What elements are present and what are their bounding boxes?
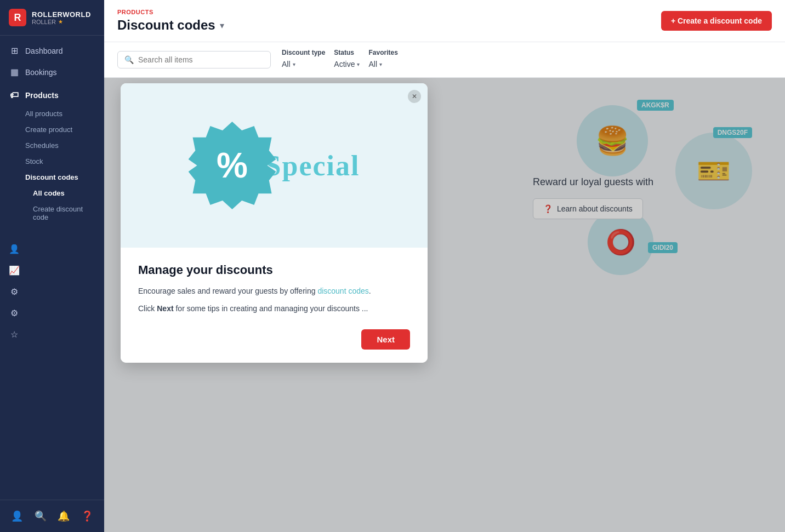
reports-icon: 📈: [9, 265, 20, 276]
app-name: ROLLERWORLD: [32, 10, 91, 19]
modal-illustration: ✕ % Special: [121, 83, 428, 248]
header-left: PRODUCTS Discount codes ▾: [117, 9, 224, 33]
search-bottom-icon[interactable]: 🔍: [32, 508, 49, 524]
sidebar-item-label: Bookings: [25, 68, 57, 77]
sidebar-item-dashboard[interactable]: ⊞ Dashboard: [0, 40, 104, 61]
sidebar-item-settings[interactable]: ⚙: [0, 302, 104, 324]
main-content: PRODUCTS Discount codes ▾ + Create a dis…: [104, 0, 785, 532]
sidebar-item-favorites[interactable]: ☆: [0, 324, 104, 345]
operations-icon: ⚙: [9, 287, 20, 297]
sidebar-item-schedules[interactable]: Schedules: [0, 138, 104, 153]
modal-overlay: ✕ % Special Manage your discounts Encour…: [104, 78, 785, 532]
status-filter: Status Active ▾: [334, 49, 360, 71]
favorites-label: Favorites: [368, 49, 397, 56]
sidebar-item-stock[interactable]: Stock: [0, 153, 104, 169]
page-title: Discount codes: [117, 18, 215, 33]
products-subnav: All products Create product Schedules St…: [0, 106, 104, 225]
modal-title: Manage your discounts: [138, 263, 410, 277]
favorites-select[interactable]: All ▾: [368, 58, 397, 71]
filter-group: Discount type All ▾ Status Active ▾ Favo…: [282, 49, 398, 71]
search-input[interactable]: [138, 55, 264, 64]
special-text: Special: [265, 150, 360, 182]
sidebar-item-all-codes[interactable]: All codes: [0, 185, 104, 201]
page-title-row: Discount codes ▾: [117, 18, 224, 33]
sidebar-item-products[interactable]: 🏷 Products: [0, 85, 104, 106]
sidebar-item-all-products[interactable]: All products: [0, 106, 104, 122]
breadcrumb: PRODUCTS: [117, 9, 224, 15]
modal-illustration-content: % Special: [189, 122, 360, 209]
search-box[interactable]: 🔍: [117, 51, 271, 68]
modal-body: Manage your discounts Encourage sales an…: [121, 248, 428, 363]
sidebar-item-create-discount-code[interactable]: Create discount code: [0, 201, 104, 225]
status-arrow-icon: ▾: [357, 61, 360, 67]
sidebar-item-discount-codes[interactable]: Discount codes: [0, 169, 104, 185]
products-icon: 🏷: [9, 90, 20, 100]
modal-desc-1: Encourage sales and reward your guests b…: [138, 285, 410, 297]
star-icon: ★: [58, 19, 63, 25]
sidebar-logo: R ROLLERWORLD ROLLER ★: [0, 0, 104, 36]
logo-text: ROLLERWORLD ROLLER ★: [32, 10, 91, 25]
logo-icon: R: [9, 9, 26, 26]
sidebar-item-operations[interactable]: ⚙: [0, 281, 104, 302]
percent-badge: %: [189, 122, 276, 209]
sidebar-products-section: 🏷 Products All products Create product S…: [0, 83, 104, 227]
page-body: 🍔 AKGK$R 🎫 DNGS20F ⭕ GIDI20 Reward ur lo…: [104, 78, 785, 532]
sidebar-item-create-product[interactable]: Create product: [0, 122, 104, 138]
discount-type-label: Discount type: [282, 49, 325, 56]
discount-type-arrow-icon: ▾: [293, 61, 295, 67]
create-discount-code-button[interactable]: + Create a discount code: [661, 11, 772, 31]
settings-icon: ⚙: [9, 308, 20, 318]
app-sub: ROLLER ★: [32, 19, 91, 25]
sidebar-bottom: 👤 🔍 🔔 ❓: [0, 500, 104, 532]
status-select[interactable]: Active ▾: [334, 58, 360, 71]
user-bottom-icon[interactable]: 👤: [9, 508, 25, 524]
modal-footer: Next: [138, 321, 410, 350]
bookings-icon: ▦: [9, 67, 20, 77]
favorites-icon: ☆: [9, 329, 20, 340]
sidebar-item-guests[interactable]: 👤: [0, 238, 104, 260]
modal-close-button[interactable]: ✕: [408, 90, 421, 103]
sidebar-item-reports[interactable]: 📈: [0, 260, 104, 281]
favorites-arrow-icon: ▾: [379, 61, 382, 67]
sidebar-nav: ⊞ Dashboard ▦ Bookings 🏷 Products All pr…: [0, 36, 104, 500]
title-chevron-icon[interactable]: ▾: [220, 20, 224, 31]
sidebar-item-label: Dashboard: [25, 47, 63, 55]
guests-icon: 👤: [9, 244, 20, 254]
page-header: PRODUCTS Discount codes ▾ + Create a dis…: [104, 0, 785, 42]
search-icon: 🔍: [124, 55, 134, 64]
help-bottom-icon[interactable]: ❓: [79, 508, 95, 524]
discount-type-select[interactable]: All ▾: [282, 58, 325, 71]
status-label: Status: [334, 49, 360, 56]
sidebar: R ROLLERWORLD ROLLER ★ ⊞ Dashboard ▦ Boo…: [0, 0, 104, 532]
next-button[interactable]: Next: [361, 329, 410, 350]
products-label-text: Products: [25, 91, 59, 100]
discount-type-filter: Discount type All ▾: [282, 49, 325, 71]
dashboard-icon: ⊞: [9, 45, 20, 56]
notification-bottom-icon[interactable]: 🔔: [55, 508, 72, 524]
discount-codes-link[interactable]: discount codes: [317, 287, 368, 295]
modal-desc-2: Click Next for some tips in creating and…: [138, 302, 410, 314]
sidebar-item-bookings[interactable]: ▦ Bookings: [0, 61, 104, 83]
filter-bar: 🔍 Discount type All ▾ Status Active ▾ Fa…: [104, 42, 785, 78]
modal: ✕ % Special Manage your discounts Encour…: [121, 83, 428, 363]
favorites-filter: Favorites All ▾: [368, 49, 397, 71]
